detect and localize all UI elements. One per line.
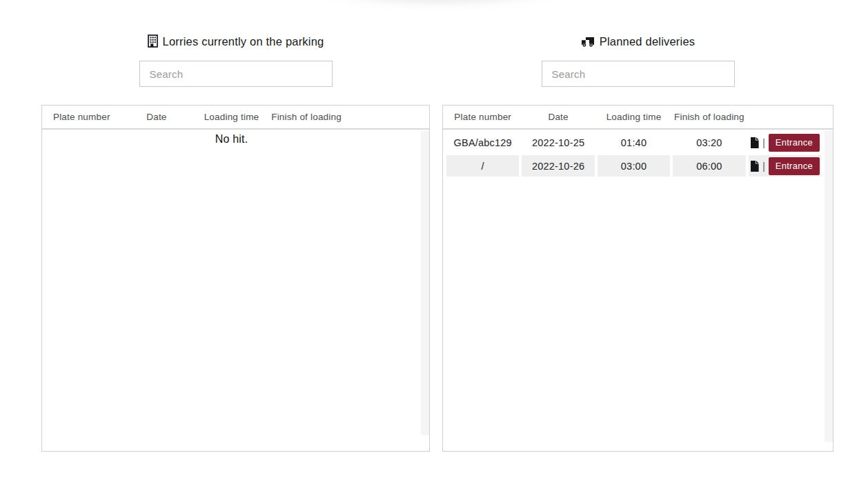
deliveries-search-input[interactable] xyxy=(542,61,735,87)
deliveries-table-header: Plate number Date Loading time Finish of… xyxy=(443,106,833,130)
col-plate-number: Plate number xyxy=(46,112,118,122)
table-row: / 2022-10-26 03:00 06:00 | Entrance xyxy=(446,155,821,177)
cell-finish-of-loading: 03:20 xyxy=(673,132,745,153)
file-icon[interactable] xyxy=(750,137,759,148)
cell-loading-time: 01:40 xyxy=(598,132,670,153)
action-separator: | xyxy=(762,160,765,172)
cell-actions: | Entrance xyxy=(749,132,821,153)
parking-title-label: Lorries currently on the parking xyxy=(163,35,324,48)
cell-finish-of-loading: 06:00 xyxy=(673,155,745,177)
cell-actions: | Entrance xyxy=(749,155,821,177)
scrollbar-track[interactable] xyxy=(825,131,833,442)
cell-date: 2022-10-26 xyxy=(522,155,594,177)
deliveries-table-body: GBA/abc129 2022-10-25 01:40 03:20 | Entr… xyxy=(443,130,833,177)
entrance-button[interactable]: Entrance xyxy=(769,157,820,175)
parking-section: Lorries currently on the parking Plate n… xyxy=(41,0,430,480)
col-loading-time: Loading time xyxy=(598,112,670,122)
deliveries-panel: Plate number Date Loading time Finish of… xyxy=(442,105,834,452)
action-separator: | xyxy=(762,137,765,148)
parking-table-header: Plate number Date Loading time Finish of… xyxy=(42,106,429,130)
cell-plate-number: GBA/abc129 xyxy=(446,132,519,153)
empty-state-text: No hit. xyxy=(46,132,417,153)
parking-title: Lorries currently on the parking xyxy=(41,33,430,52)
entrance-button[interactable]: Entrance xyxy=(769,134,820,152)
deliveries-title: Planned deliveries xyxy=(442,33,834,52)
parking-search-input[interactable] xyxy=(139,61,333,87)
deliveries-section: Planned deliveries Plate number Date Loa… xyxy=(442,0,834,480)
col-date: Date xyxy=(522,112,594,122)
col-date: Date xyxy=(121,112,193,122)
table-row: GBA/abc129 2022-10-25 01:40 03:20 | Entr… xyxy=(446,132,821,153)
parking-table-body: No hit. xyxy=(42,130,429,153)
scrollbar-track[interactable] xyxy=(421,131,429,435)
cell-plate-number: / xyxy=(446,155,519,177)
deliveries-title-label: Planned deliveries xyxy=(600,35,695,48)
col-finish-of-loading: Finish of loading xyxy=(270,112,343,122)
truck-icon xyxy=(581,35,595,52)
col-finish-of-loading: Finish of loading xyxy=(673,112,745,122)
building-icon xyxy=(148,34,158,52)
parking-panel: Plate number Date Loading time Finish of… xyxy=(41,105,430,452)
cell-date: 2022-10-25 xyxy=(522,132,594,153)
col-plate-number: Plate number xyxy=(446,112,519,122)
file-icon[interactable] xyxy=(750,161,759,172)
cell-loading-time: 03:00 xyxy=(598,155,670,177)
col-loading-time: Loading time xyxy=(195,112,268,122)
